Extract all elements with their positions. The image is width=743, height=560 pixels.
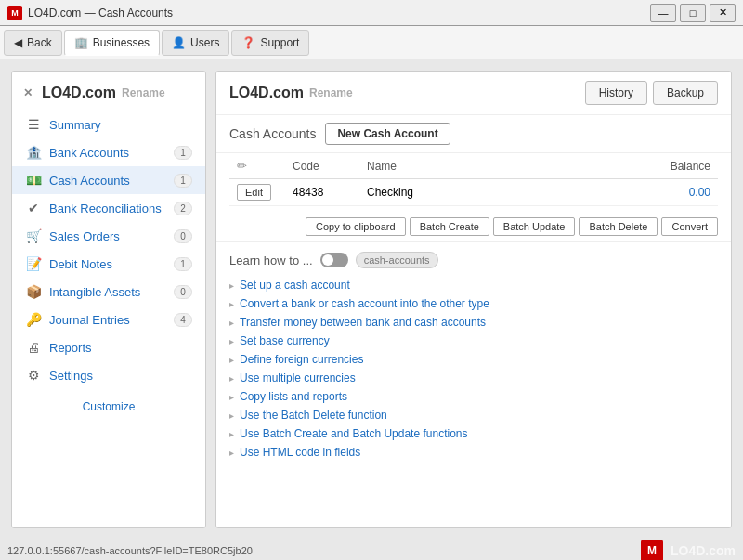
intangible-assets-badge: 0: [174, 285, 192, 299]
content-top-bar: LO4D.com Rename History Backup: [216, 72, 731, 115]
bank-accounts-badge: 1: [174, 146, 192, 160]
sidebar-item-bank-reconciliations[interactable]: ✔ Bank Reconciliations 2: [12, 194, 205, 222]
nav-bar: ◀ Back 🏢 Businesses 👤 Users ❓ Support: [0, 26, 743, 59]
batch-delete-button[interactable]: Batch Delete: [579, 217, 658, 236]
sidebar: ✕ LO4D.com Rename ☰ Summary 🏦 Bank Accou…: [11, 71, 206, 528]
back-icon: ◀: [14, 36, 22, 49]
businesses-icon: 🏢: [74, 36, 88, 49]
learn-link-5[interactable]: Use multiple currencies: [229, 369, 718, 387]
history-button[interactable]: History: [585, 81, 647, 105]
content-panel: LO4D.com Rename History Backup Cash Acco…: [215, 71, 732, 528]
backup-button[interactable]: Backup: [653, 81, 718, 105]
rename-link[interactable]: Rename: [122, 86, 165, 99]
cash-accounts-badge: 1: [174, 174, 192, 188]
main-container: ✕ LO4D.com Rename ☰ Summary 🏦 Bank Accou…: [0, 59, 743, 540]
sidebar-item-bank-accounts[interactable]: 🏦 Bank Accounts 1: [12, 138, 205, 166]
reconciliations-icon: ✔: [25, 201, 42, 215]
debit-notes-badge: 1: [174, 257, 192, 271]
convert-button[interactable]: Convert: [661, 217, 718, 236]
sidebar-item-journal-entries[interactable]: 🔑 Journal Entries 4: [12, 306, 205, 333]
status-bar: 127.0.0.1:55667/cash-accounts?FileID=TE8…: [0, 540, 743, 560]
learn-toggle-tag: cash-accounts: [356, 252, 438, 268]
reports-icon: 🖨: [25, 340, 42, 355]
edit-cell: Edit: [229, 179, 285, 206]
business-label: LO4D.com Rename: [229, 85, 353, 101]
col-code: Code: [285, 153, 359, 179]
col-balance: Balance: [548, 153, 718, 179]
batch-create-button[interactable]: Batch Create: [410, 217, 489, 236]
support-icon: ❓: [241, 36, 255, 49]
code-cell: 48438: [285, 179, 359, 206]
learn-link-4[interactable]: Define foreign currencies: [229, 350, 718, 369]
summary-icon: ☰: [25, 117, 42, 132]
balance-cell: 0.00: [548, 179, 718, 206]
sidebar-item-settings[interactable]: ⚙ Settings: [12, 361, 205, 389]
accounts-table-container: ✏ Code Name Balance Edit 48438 Checking: [216, 153, 731, 212]
learn-link-0[interactable]: Set up a cash account: [229, 276, 718, 294]
bank-accounts-icon: 🏦: [25, 145, 42, 160]
learn-link-2[interactable]: Transfer money between bank and cash acc…: [229, 313, 718, 332]
rename-label: Rename: [309, 86, 353, 99]
title-bar: M LO4D.com — Cash Accounts — □ ✕: [0, 0, 743, 26]
sidebar-item-intangible-assets[interactable]: 📦 Intangible Assets 0: [12, 278, 205, 306]
top-bar-buttons: History Backup: [585, 81, 718, 105]
sidebar-item-reports[interactable]: 🖨 Reports: [12, 333, 205, 361]
app-icon: M: [7, 6, 22, 20]
watermark-text: LO4D.com: [671, 543, 736, 558]
sales-orders-icon: 🛒: [25, 228, 42, 243]
maximize-button[interactable]: □: [680, 4, 706, 22]
sidebar-item-sales-orders[interactable]: 🛒 Sales Orders 0: [12, 222, 205, 250]
new-cash-account-button[interactable]: New Cash Account: [325, 123, 450, 145]
table-row: Edit 48438 Checking 0.00: [229, 179, 718, 206]
section-title: Cash Accounts: [229, 126, 316, 141]
accounts-table: ✏ Code Name Balance Edit 48438 Checking: [229, 153, 718, 206]
learn-link-9[interactable]: Use HTML code in fields: [229, 443, 718, 462]
status-url: 127.0.0.1:55667/cash-accounts?FileID=TE8…: [7, 545, 253, 556]
back-button[interactable]: ◀ Back: [4, 30, 62, 56]
window-controls[interactable]: — □ ✕: [650, 4, 736, 22]
sales-orders-badge: 0: [174, 229, 192, 243]
col-edit: ✏: [229, 153, 285, 179]
learn-link-6[interactable]: Copy lists and reports: [229, 387, 718, 406]
learn-toggle[interactable]: [320, 253, 348, 267]
learn-link-3[interactable]: Set base currency: [229, 332, 718, 350]
batch-update-button[interactable]: Batch Update: [493, 217, 576, 236]
sidebar-item-debit-notes[interactable]: 📝 Debit Notes 1: [12, 250, 205, 278]
name-cell: Checking: [359, 179, 548, 206]
learn-header: Learn how to ... cash-accounts: [229, 252, 718, 268]
section-header: Cash Accounts New Cash Account: [216, 115, 731, 153]
cash-accounts-icon: 💵: [25, 173, 42, 188]
business-name-header: ✕ LO4D.com Rename: [12, 79, 205, 111]
title-bar-text: LO4D.com — Cash Accounts: [28, 7, 173, 20]
edit-row-button[interactable]: Edit: [237, 184, 271, 201]
users-icon: 👤: [172, 36, 186, 49]
close-business-icon[interactable]: ✕: [23, 86, 33, 99]
copy-to-clipboard-button[interactable]: Copy to clipboard: [306, 217, 406, 236]
tab-businesses[interactable]: 🏢 Businesses: [64, 30, 160, 56]
sidebar-item-cash-accounts[interactable]: 💵 Cash Accounts 1: [12, 166, 205, 194]
learn-link-8[interactable]: Use Batch Create and Batch Update functi…: [229, 424, 718, 443]
tab-users[interactable]: 👤 Users: [162, 30, 229, 56]
close-button[interactable]: ✕: [710, 4, 736, 22]
learn-link-1[interactable]: Convert a bank or cash account into the …: [229, 294, 718, 313]
intangible-assets-icon: 📦: [25, 284, 42, 299]
settings-icon: ⚙: [25, 368, 42, 383]
learn-section: Learn how to ... cash-accounts Set up a …: [216, 242, 731, 527]
minimize-button[interactable]: —: [650, 4, 676, 22]
customize-link[interactable]: Customize: [12, 393, 205, 421]
col-name: Name: [359, 153, 548, 179]
sidebar-item-summary[interactable]: ☰ Summary: [12, 111, 205, 138]
tab-support[interactable]: ❓ Support: [231, 30, 309, 56]
action-buttons-row: Copy to clipboard Batch Create Batch Upd…: [216, 212, 731, 242]
learn-link-7[interactable]: Use the Batch Delete function: [229, 406, 718, 424]
journal-entries-badge: 4: [174, 313, 192, 327]
journal-entries-icon: 🔑: [25, 312, 42, 327]
watermark-icon: M: [641, 540, 663, 561]
debit-notes-icon: 📝: [25, 256, 42, 271]
reconciliations-badge: 2: [174, 202, 192, 215]
